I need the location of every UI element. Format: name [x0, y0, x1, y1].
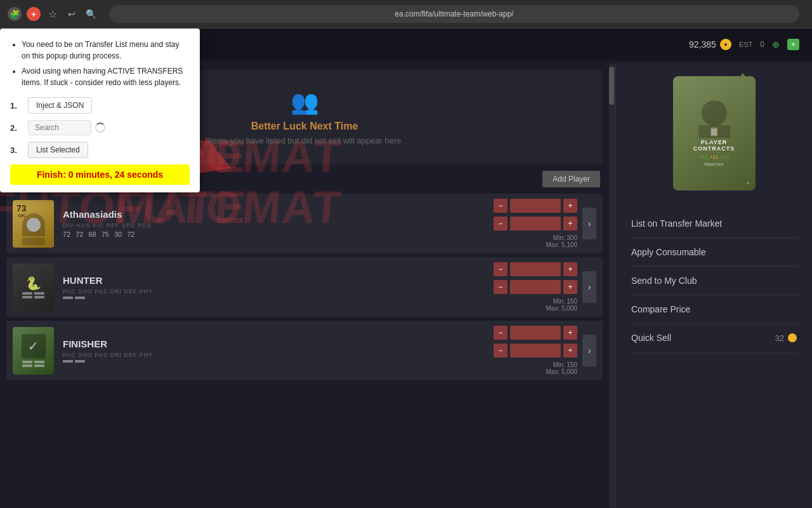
puzzle-icon[interactable]: 🧩	[8, 7, 22, 21]
sell-price-input-3[interactable]	[510, 344, 561, 358]
futomate-icon[interactable]: +	[27, 7, 41, 21]
expand-button-3[interactable]: ›	[582, 335, 596, 366]
bar-b	[75, 297, 85, 299]
step-3-number: 3.	[10, 145, 23, 155]
player-card-athanasiadis: 73 GK	[13, 200, 54, 248]
contract-title: PLAYERCONTRACTS	[693, 139, 735, 152]
bar-3	[22, 296, 32, 298]
est-label: EST	[739, 41, 752, 48]
buy-price-decrease[interactable]: −	[494, 199, 508, 213]
compare-price[interactable]: Compare Price	[629, 295, 799, 324]
buy-price-decrease-2[interactable]: −	[494, 262, 508, 276]
buy-price-row-3: − +	[494, 326, 577, 340]
buy-price-increase-3[interactable]: +	[563, 326, 577, 340]
popup-step-2: 2.	[10, 120, 190, 135]
bar-fd	[34, 364, 44, 367]
item-bars-2	[22, 296, 44, 298]
buy-price-input-3[interactable]	[510, 326, 561, 340]
send-to-my-club[interactable]: Send to My Club	[629, 267, 799, 295]
buy-price-increase[interactable]: +	[563, 199, 577, 213]
popup-instructions: You need to be on Transfer List menu and…	[10, 39, 190, 88]
stat-plus-11: +11	[710, 154, 719, 160]
coins-display: 92,385 ●	[689, 39, 731, 50]
browser-icons: 🧩 + ☆ ↩ 🔍	[8, 7, 98, 21]
sell-price-row-3: − +	[494, 344, 577, 358]
table-row: 🐍	[6, 257, 603, 317]
sell-price-increase[interactable]: +	[563, 217, 577, 231]
browser-chrome: 🧩 + ☆ ↩ 🔍 ea.com/fifa/ultimate-team/web-…	[0, 0, 812, 29]
inject-json-button[interactable]: Inject & JSON	[28, 97, 92, 114]
sell-price-decrease[interactable]: −	[494, 217, 508, 231]
expand-button-2[interactable]: ›	[582, 271, 596, 303]
player-position: GK	[18, 213, 25, 218]
step-1-number: 1.	[10, 101, 23, 110]
coin-amount: 92,385	[689, 39, 716, 50]
player-stats-label: PAC SHO PAS DRI DEF PHY	[63, 288, 494, 295]
max-price: Max: 5,100	[546, 241, 577, 248]
sell-price-decrease-3[interactable]: −	[494, 344, 508, 358]
buy-price-decrease-3[interactable]: −	[494, 326, 508, 340]
bar-fa	[22, 361, 32, 363]
sidebar-menu: List on Transfer Market Apply Consumable…	[616, 203, 812, 508]
list-on-transfer-market[interactable]: List on Transfer Market	[629, 210, 799, 238]
bar-fb	[34, 361, 44, 363]
player-stats-label: DIV HAN KIC REF SPD POS	[63, 222, 494, 229]
player-name: HUNTER	[63, 275, 494, 286]
price-range-2: Min: 150 Max: 5,000	[546, 298, 577, 312]
quick-sell-label: Quick Sell	[631, 333, 671, 343]
item-bars	[22, 292, 44, 295]
consumable-bars	[63, 297, 494, 299]
sell-price-increase-3[interactable]: +	[563, 344, 577, 358]
player-rating: 73	[16, 203, 27, 213]
bar-4	[34, 296, 44, 298]
search-step	[28, 120, 105, 135]
price-controls-2: − + − + Min: 150 Max: 5,00	[494, 262, 577, 312]
sell-price-input-2[interactable]	[510, 280, 561, 294]
player-name: FINISHER	[63, 338, 494, 349]
bar-2	[34, 292, 44, 295]
expand-button-1[interactable]: ›	[582, 208, 596, 239]
back-icon[interactable]: ↩	[65, 7, 79, 21]
search-input[interactable]	[28, 120, 91, 135]
max-price-3: Max: 5,000	[546, 368, 577, 375]
player-info-athanasiadis: Athanasiadis DIV HAN KIC REF SPD POS 72 …	[63, 209, 494, 238]
player-info-hunter: HUNTER PAC SHO PAS DRI DEF PHY	[63, 275, 494, 299]
player-name: Athanasiadis	[63, 209, 494, 220]
buy-price-input[interactable]	[510, 199, 561, 213]
stat-plus-13: +13	[720, 154, 729, 160]
finisher-bars	[22, 361, 44, 363]
stat-1: 72	[63, 231, 70, 238]
right-sidebar: ✦ ✦ + + 📋 PLAYERCONTRACTS +15 +11	[615, 64, 812, 508]
sell-price-decrease-2[interactable]: −	[494, 280, 508, 294]
price-controls-1: − + − + Min: 300 Max: 5,10	[494, 199, 577, 248]
browser-search-icon[interactable]: 🔍	[84, 7, 98, 21]
apply-consumable[interactable]: Apply Consumable	[629, 238, 799, 267]
buy-price-increase-2[interactable]: +	[563, 262, 577, 276]
sell-price-input[interactable]	[510, 217, 561, 231]
contract-card-area: ✦ ✦ + + 📋 PLAYERCONTRACTS +15 +11	[616, 64, 812, 203]
buy-price-input-2[interactable]	[510, 262, 561, 276]
game-area: FUTOMATE FUTOMAT FUTOMATE FUTOMAT TRA 92…	[0, 29, 812, 508]
price-controls-3: − + − + Min: 150 Max: 5,00	[494, 326, 577, 375]
scroll-thumb	[609, 67, 614, 105]
list-selected-button[interactable]: List Selected	[28, 142, 88, 158]
scrollbar[interactable]	[609, 64, 615, 508]
sell-price-increase-2[interactable]: +	[563, 280, 577, 294]
finisher-bars-2	[22, 364, 44, 367]
add-player-button[interactable]: Add Player	[542, 171, 600, 187]
zero-value: 0	[760, 40, 764, 49]
stat-2: 72	[75, 231, 83, 238]
table-row: ✓	[6, 321, 603, 380]
url-bar[interactable]: ea.com/fifa/ultimate-team/web-app/	[109, 5, 799, 23]
finisher-stat-bars	[63, 360, 494, 363]
min-price-3: Min: 150	[546, 361, 577, 368]
price-range: Min: 300 Max: 5,100	[546, 234, 577, 248]
instruction-2: Avoid using when having ACTIVE TRANSFERS…	[22, 65, 190, 88]
add-funds-button[interactable]: +	[787, 39, 799, 50]
quick-sell-value: 32	[775, 333, 797, 343]
bookmark-icon[interactable]: ☆	[46, 7, 60, 21]
stat-5: 30	[114, 231, 122, 238]
player-stats-values: 72 72 68 75 30 72	[63, 231, 494, 238]
table-row: 73 GK Athanasiadis DIV HAN KIC R	[6, 194, 603, 253]
quick-sell[interactable]: Quick Sell 32	[629, 324, 799, 352]
